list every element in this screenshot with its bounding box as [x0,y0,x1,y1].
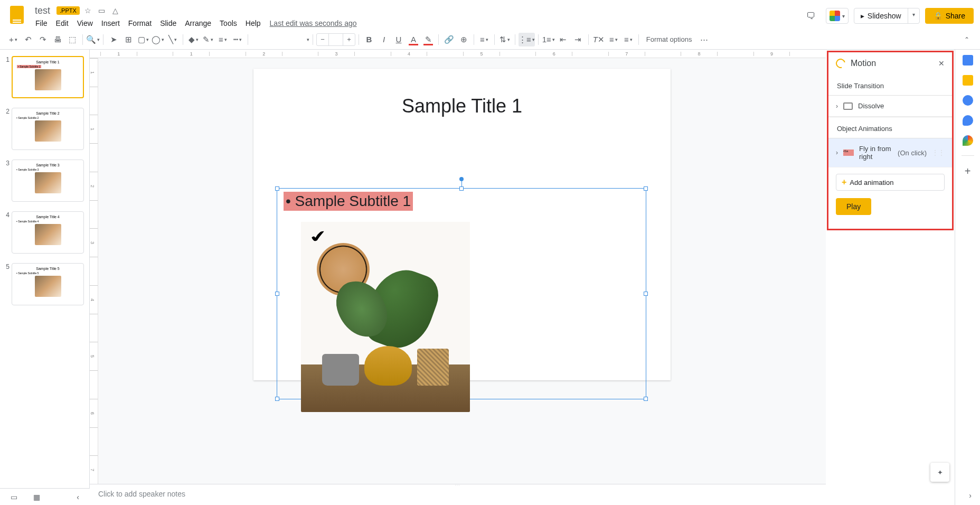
textbox-tool[interactable]: ⊞ [121,33,135,46]
slide-image[interactable]: ✔ [301,222,470,412]
decrease-indent-button[interactable]: ⇤ [557,33,570,46]
comments-icon[interactable]: 🗨 [802,6,821,25]
border-dash-button[interactable]: ┅ [231,33,244,46]
meet-button[interactable]: ▾ [826,8,849,24]
italic-button[interactable]: I [377,33,391,46]
menu-view[interactable]: View [73,18,97,29]
slide-thumbnail[interactable]: Sample Title 2• Sample Subtitle 2 [12,108,84,150]
align-button[interactable]: ≡ [477,33,491,46]
list-options-button[interactable]: ≡ [607,33,620,46]
filmstrip[interactable]: 1Sample Title 1• Sample Subtitle 12Sampl… [0,50,90,505]
line-spacing-button[interactable]: ⇅ [498,33,512,46]
slide-thumbnail[interactable]: Sample Title 1• Sample Subtitle 1 [12,56,84,98]
close-icon[interactable]: ✕ [938,59,945,68]
line-tool[interactable]: ╲ [166,33,180,46]
border-weight-button[interactable]: ≡ [216,33,230,46]
filmstrip-view-icon[interactable]: ▭ [11,493,17,501]
thumb-number: 5 [2,263,10,305]
slideshow-button[interactable]: ▸Slideshow [854,8,908,23]
font-dropdown[interactable] [251,33,309,46]
underline-button[interactable]: U [392,33,406,46]
slide-title[interactable]: Sample Title 1 [253,95,671,117]
notes-resize-handle[interactable]: ⋯ [455,482,461,488]
last-edit-link[interactable]: Last edit was seconds ago [270,19,357,27]
fill-color-button[interactable]: ◆ [186,33,200,46]
slides-logo[interactable] [6,4,27,25]
collapse-toolbar-button[interactable]: ⌃ [960,36,974,43]
resize-handle-ml[interactable] [275,292,279,296]
paint-format-button[interactable]: ⬚ [65,33,79,46]
maps-icon[interactable] [963,135,973,146]
slideshow-dropdown[interactable]: ▾ [908,8,919,23]
numbered-list-button[interactable]: 1≡ [542,33,555,46]
move-icon[interactable]: ▭ [97,6,107,15]
menu-edit[interactable]: Edit [52,18,72,29]
grid-view-icon[interactable]: ▦ [33,493,40,501]
menu-slide[interactable]: Slide [156,18,180,29]
menu-format[interactable]: Format [125,18,155,29]
collapse-filmstrip-icon[interactable]: ‹ [77,493,79,501]
cloud-status-icon[interactable]: △ [110,6,121,15]
explore-button[interactable]: ✦ [930,463,949,482]
clear-formatting-button[interactable]: T✕ [592,33,606,46]
shape-tool[interactable]: ◯ [151,33,165,46]
resize-handle-br[interactable] [644,397,648,401]
undo-button[interactable]: ↶ [21,33,35,46]
bold-button[interactable]: B [362,33,376,46]
text-color-button[interactable]: A [407,33,420,46]
menu-tools[interactable]: Tools [216,18,241,29]
resize-handle-bl[interactable] [275,397,279,401]
object-animations-header: Object Animations [828,117,952,138]
image-tool[interactable]: ▢ [136,33,150,46]
more-button[interactable]: ⋯ [697,33,711,46]
menu-help[interactable]: Help [242,18,265,29]
zoom-button[interactable]: 🔍 [86,33,100,46]
slide-canvas[interactable]: Sample Title 1 Sample Subtitle 1 [253,69,671,380]
bulleted-list-button[interactable]: ⋮≡ [519,33,535,46]
format-options-button[interactable]: Format options [642,35,696,43]
slide-thumbnail[interactable]: Sample Title 4• Sample Subtitle 4 [12,211,84,254]
contacts-icon[interactable] [963,115,973,126]
print-button[interactable]: 🖶 [51,33,64,46]
animation-row[interactable]: › •Sa Fly in from right (On click) ⋮⋮ [828,138,952,167]
resize-handle-mr[interactable] [644,292,648,296]
thumb-number: 1 [2,56,10,98]
highlight-color-button[interactable]: ✎ [421,33,435,46]
doc-title[interactable]: test [32,5,53,16]
menu-insert[interactable]: Insert [98,18,124,29]
select-tool[interactable]: ➤ [107,33,120,46]
menu-arrange[interactable]: Arrange [181,18,215,29]
font-size-value[interactable] [328,34,343,45]
new-slide-button[interactable]: + [6,33,20,46]
add-on-plus-icon[interactable]: + [965,165,971,177]
speaker-notes[interactable]: ⋯ Click to add speaker notes [90,484,826,505]
redo-button[interactable]: ↷ [36,33,50,46]
chevron-right-icon: › [836,102,838,110]
resize-handle-tr[interactable] [644,186,648,191]
border-color-button[interactable]: ✎ [201,33,215,46]
resize-handle-tm[interactable] [459,186,464,191]
calendar-icon[interactable] [963,55,973,66]
play-button[interactable]: Play [836,198,871,215]
hide-side-panel-icon[interactable]: › [969,491,972,500]
more-list-button[interactable]: ≡ [621,33,635,46]
star-icon[interactable]: ☆ [83,6,93,15]
comment-button[interactable]: ⊕ [457,33,470,46]
add-animation-button[interactable]: + Add animation [836,174,945,191]
tasks-icon[interactable] [963,95,973,106]
rotate-handle[interactable] [459,177,464,181]
drag-handle-icon[interactable]: ⋮⋮ [932,149,945,156]
link-button[interactable]: 🔗 [442,33,456,46]
transition-row[interactable]: › Dissolve [828,96,952,117]
menu-file[interactable]: File [32,18,51,29]
increase-indent-button[interactable]: ⇥ [571,33,585,46]
slide-subtitle[interactable]: Sample Subtitle 1 [284,192,413,211]
resize-handle-tl[interactable] [275,186,279,191]
slide-thumbnail[interactable]: Sample Title 3• Sample Subtitle 3 [12,160,84,202]
share-button[interactable]: 🔒Share [925,8,974,24]
font-size-decrease[interactable]: − [317,35,328,43]
keep-icon[interactable] [963,75,973,86]
font-size-increase[interactable]: + [343,35,355,43]
pot-graphic [417,349,449,386]
slide-thumbnail[interactable]: Sample Title 5• Sample Subtitle 5 [12,263,84,305]
